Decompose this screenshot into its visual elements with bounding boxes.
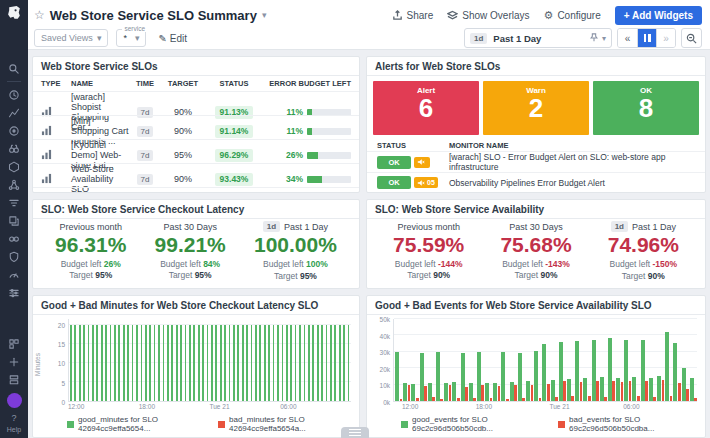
synthetics-icon[interactable] [3, 230, 25, 247]
template-variable-value: * [123, 33, 127, 43]
show-overlays-button[interactable]: Show Overlays [447, 10, 529, 21]
configure-button[interactable]: ⚙ Configure [544, 9, 601, 22]
legend-item[interactable]: good_minutes for SLO 42694cc9effa5654... [67, 415, 200, 433]
time-range-badge: 1d [470, 33, 487, 44]
slo-target: 90% [161, 126, 205, 136]
chevron-down-icon: ▾ [602, 34, 606, 43]
slo-summary-column[interactable]: 1dPast 1 Day 100.00% Budget left 100%Tar… [254, 221, 337, 282]
slo-value: 75.59% [393, 233, 464, 257]
share-button[interactable]: Share [392, 10, 434, 21]
edit-button[interactable]: ✎Edit [158, 33, 187, 44]
magnifier-minus-icon [686, 33, 697, 44]
search-icon[interactable] [3, 60, 25, 77]
sidebar-bottom: ?Help [3, 335, 25, 438]
alert-tile[interactable]: Alert6 [373, 81, 479, 135]
legend-item[interactable]: bad_minutes for SLO 42694cc9effa5654a... [218, 415, 351, 433]
widget-availability-slo: SLO: Web Store Service Availability Prev… [366, 199, 706, 289]
plot-area[interactable] [68, 319, 351, 402]
slo-summary-column[interactable]: 1dPast 1 Day 74.96% Budget left -150%Tar… [608, 221, 679, 282]
add-icon[interactable] [3, 353, 25, 370]
template-variable-service[interactable]: service * ▾ [116, 29, 146, 47]
time-backward-button[interactable]: « [618, 29, 637, 47]
pause-button[interactable] [637, 29, 656, 47]
widget-title: Web Store Service SLOs [33, 57, 359, 76]
apm-icon[interactable] [3, 140, 25, 157]
network-icon[interactable] [3, 176, 25, 193]
widget-events-chart: Good + Bad Events for Web Store Service … [366, 295, 706, 438]
widget-title: SLO: Web Store Service Checkout Latency [33, 200, 359, 219]
widget-title: Alerts for Web Store SLOs [367, 57, 705, 76]
table-row[interactable]: OK [warach] SLO - Error Budget Alert on … [367, 151, 705, 172]
saved-views-button[interactable]: Saved Views▾ [34, 29, 108, 47]
warn-tile[interactable]: Warn2 [483, 81, 589, 135]
sidebar-bottom-icons [3, 335, 25, 388]
favorite-star-icon[interactable]: ☆ [34, 8, 45, 22]
ok-tile[interactable]: OK8 [593, 81, 699, 135]
widget-slo-table: Web Store Service SLOs TYPE NAME TIME TA… [32, 56, 360, 193]
table-row[interactable]: OK 05 Observability Pipelines Error Budg… [367, 172, 705, 192]
bar-chart-type-icon [41, 125, 71, 138]
status-badge: OK [377, 156, 411, 169]
table-row[interactable]: [Min] Shopping Cart requests ... 7d 90% … [33, 115, 359, 139]
metrics-icon[interactable] [3, 104, 25, 121]
pin-icon [589, 33, 599, 43]
y-axis: 05101520 [46, 319, 68, 402]
y-axis-label: Minutes [37, 319, 46, 402]
slo-value: 100.00% [254, 233, 337, 257]
slo-summary-column[interactable]: Past 30 Days 75.68% Budget left -143%Tar… [500, 222, 571, 282]
mute-icon [417, 158, 425, 166]
dashboards-icon[interactable] [3, 212, 25, 229]
add-widgets-button[interactable]: + Add Widgets [615, 6, 702, 25]
slo-target: 90% [161, 174, 205, 184]
time-window-badge: 1d [263, 221, 280, 232]
sidebar-nav [3, 60, 25, 301]
list-icon [349, 432, 361, 434]
zoom-out-button[interactable] [681, 28, 702, 48]
plot-area[interactable] [393, 319, 697, 402]
status-badge: 96.29% [215, 149, 254, 162]
bar-chart-type-icon [41, 149, 71, 162]
help-link[interactable]: ?Help [7, 413, 21, 434]
table-row[interactable]: [Kyouhei Demo] Web-store Lat... 7d 95% 9… [33, 139, 359, 163]
slo-table-header: TYPE NAME TIME TARGET STATUS ERROR BUDGE… [33, 76, 359, 91]
time-window-pill: 7d [137, 150, 154, 161]
slo-summary-column[interactable]: Past 30 Days 99.21% Budget left 84%Targe… [155, 222, 226, 282]
user-avatar[interactable] [7, 393, 22, 408]
x-axis: 12:0018:00Tue 2106:00 [402, 402, 697, 412]
orgs-icon[interactable] [3, 371, 25, 388]
slo-summary-column[interactable]: Previous month 75.59% Budget left -144%T… [393, 222, 464, 282]
time-forward-button[interactable]: » [656, 29, 675, 47]
mute-icon [417, 179, 425, 187]
status-badge: OK [377, 176, 411, 189]
security-icon[interactable] [3, 248, 25, 265]
legend[interactable]: good_events for SLO 69c2c96d506b50cdb...… [371, 412, 697, 435]
bar-chart-type-icon [41, 173, 71, 186]
budget-bar [307, 128, 351, 135]
grid-resize-handle[interactable] [341, 427, 369, 438]
notebooks-icon[interactable] [3, 284, 25, 301]
sidebar: ?Help [0, 0, 28, 438]
time-window-badge: 1d [611, 221, 628, 232]
time-playback-controls: « » [617, 28, 676, 48]
history-icon[interactable] [3, 86, 25, 103]
alert-tiles: Alert6 Warn2 OK8 [367, 76, 705, 139]
help-icon: ? [7, 413, 21, 425]
legend-item[interactable]: bad_events for SLO 69c2c96d506b50cdba... [558, 415, 697, 433]
widget-latency-slo: SLO: Web Store Service Checkout Latency … [32, 199, 360, 289]
table-row[interactable]: [warach] Shopist Shopping Car... 7d 90% … [33, 91, 359, 115]
slo-summary-column[interactable]: Previous month 96.31% Budget left 26%Tar… [55, 222, 126, 282]
integrations-icon[interactable] [3, 335, 25, 352]
datadog-logo[interactable] [0, 0, 28, 26]
table-row[interactable]: Web-Store Availability SLO 7d 90% 93.43%… [33, 163, 359, 187]
widget-alerts: Alerts for Web Store SLOs Alert6 Warn2 O… [366, 56, 706, 193]
legend[interactable]: good_minutes for SLO 42694cc9effa5654...… [37, 412, 351, 435]
monitors-icon[interactable] [3, 266, 25, 283]
infrastructure-icon[interactable] [3, 158, 25, 175]
logs-icon[interactable] [3, 194, 25, 211]
legend-item[interactable]: good_events for SLO 69c2c96d506b50cdb... [401, 415, 540, 433]
watchdog-icon[interactable] [3, 122, 25, 139]
time-range-picker[interactable]: 1d Past 1 Day ▾ [464, 28, 612, 48]
title-chevron-down-icon[interactable]: ▾ [262, 10, 267, 20]
dashboard-grid: Web Store Service SLOs TYPE NAME TIME TA… [28, 50, 710, 438]
status-badge: 91.14% [215, 125, 254, 138]
